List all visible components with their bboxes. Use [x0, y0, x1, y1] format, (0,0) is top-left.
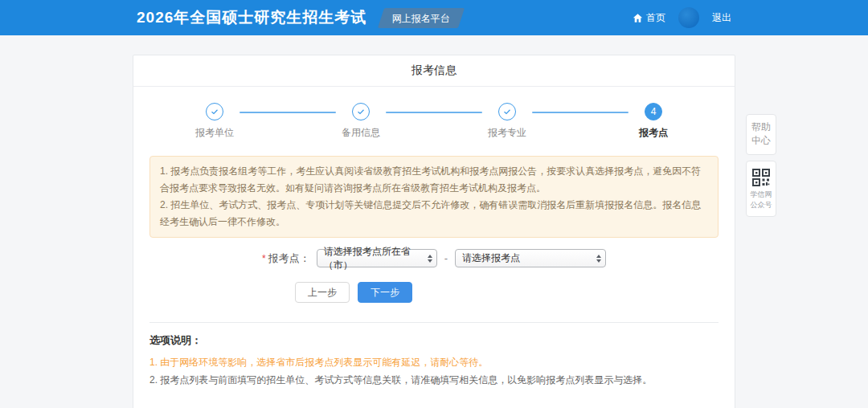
qrcode-label-line1: 学信网 [749, 190, 773, 200]
updown-arrows-icon [428, 255, 432, 263]
step-connector [386, 112, 482, 113]
required-asterisk: * [262, 253, 266, 264]
help-center-button[interactable]: 帮助 中心 [746, 114, 776, 155]
wizard-stepper: 报考单位 备用信息 报考专业 4 报考点 [133, 87, 735, 140]
notice-line-2: 2. 招生单位、考试方式、报考点、专项计划等关键信息提交后不允许修改，确有错误需… [160, 197, 708, 231]
logout-link[interactable]: 退出 [712, 11, 731, 25]
step-number-badge: 4 [645, 103, 662, 120]
notice-line-1: 1. 报考点负责报名组考等工作，考生应认真阅读省级教育招生考试机构和报考点网报公… [160, 163, 708, 197]
user-avatar[interactable] [678, 7, 699, 28]
step-exam-unit: 报考单位 [190, 103, 240, 140]
step-label: 报考单位 [195, 126, 234, 140]
qrcode-label-line2: 公众号 [749, 200, 773, 210]
platform-tag-label: 网上报名平台 [392, 12, 450, 26]
logout-label: 退出 [712, 11, 731, 25]
notes-line-2: 2. 报考点列表与前面填写的招生单位、考试方式等信息关联，请准确填写相关信息，以… [149, 372, 719, 390]
home-label: 首页 [646, 11, 665, 25]
wechat-qrcode-button[interactable]: 学信网 公众号 [746, 161, 776, 217]
step-label: 报考专业 [488, 126, 526, 140]
qrcode-icon [749, 168, 773, 187]
check-icon [352, 103, 370, 120]
step-exam-site-current: 4 报考点 [628, 103, 678, 140]
header-actions: 首页 退出 [633, 7, 731, 28]
step-backup-info: 备用信息 [336, 103, 386, 140]
select-separator: - [444, 252, 448, 264]
next-step-button[interactable]: 下一步 [358, 282, 412, 303]
notes-title: 选项说明： [149, 333, 719, 348]
card-title: 报考信息 [133, 55, 735, 87]
help-center-label-line1: 帮助 [749, 120, 773, 134]
home-icon [633, 13, 643, 23]
province-select[interactable]: 请选择报考点所在省（市） [317, 249, 437, 267]
wizard-buttons: 上一步 下一步 [53, 282, 654, 303]
exam-site-select[interactable]: 请选择报考点 [455, 249, 606, 267]
check-icon [498, 103, 516, 120]
app-header: 2026年全国硕士研究生招生考试 网上报名平台 首页 退出 [0, 0, 868, 35]
exam-site-select-value: 请选择报考点 [462, 251, 520, 265]
app-title: 2026年全国硕士研究生招生考试 [137, 7, 366, 28]
step-major: 报考专业 [482, 103, 532, 140]
previous-step-button[interactable]: 上一步 [295, 282, 350, 303]
province-select-value: 请选择报考点所在省（市） [324, 245, 423, 272]
option-notes: 选项说明： 1. 由于网络环境等影响，选择省市后报考点列表显示可能有延迟，请耐心… [133, 323, 735, 408]
notice-box: 1. 报考点负责报名组考等工作，考生应认真阅读省级教育招生考试机构和报考点网报公… [149, 156, 719, 238]
help-center-label-line2: 中心 [749, 134, 773, 148]
platform-tag: 网上报名平台 [378, 8, 465, 28]
check-icon [206, 103, 223, 120]
exam-site-label: 报考点： [268, 251, 310, 266]
exam-site-form-row: * 报考点： 请选择报考点所在省（市） - 请选择报考点 [133, 249, 735, 267]
notes-line-1: 1. 由于网络环境等影响，选择省市后报考点列表显示可能有延迟，请耐心等待。 [149, 354, 719, 372]
step-label: 报考点 [639, 126, 668, 140]
step-label: 备用信息 [342, 126, 380, 140]
step-connector [532, 112, 628, 113]
home-link[interactable]: 首页 [633, 11, 665, 25]
updown-arrows-icon [596, 255, 601, 263]
side-widgets: 帮助 中心 [746, 114, 776, 217]
registration-info-card: 报考信息 报考单位 备用信息 报考专业 4 报考点 [133, 55, 735, 408]
step-connector [240, 112, 336, 113]
